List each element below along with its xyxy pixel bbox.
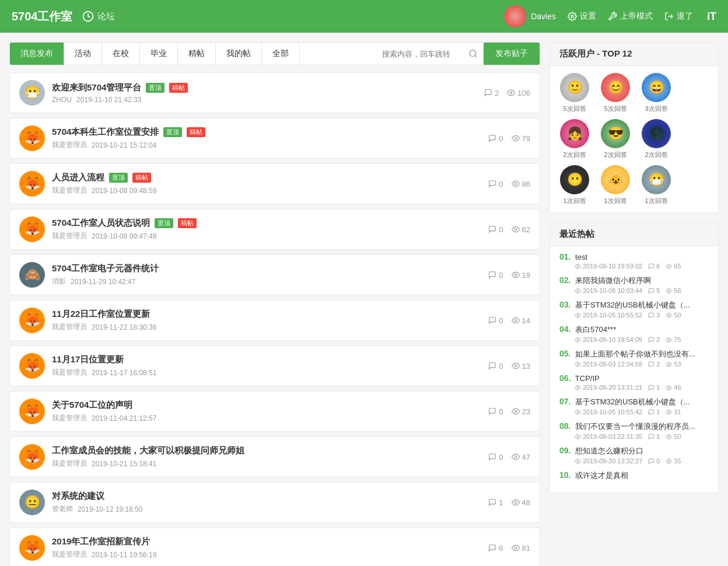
settings-btn[interactable]: 设置 xyxy=(568,11,596,22)
user-badge[interactable]: 😶 1次回答 xyxy=(557,165,592,205)
god-mode-btn[interactable]: 上帝模式 xyxy=(608,11,653,22)
hot-post-date: 2019-09-20 13:32:27 xyxy=(575,457,642,464)
tab-graduate[interactable]: 毕业 xyxy=(140,43,178,65)
comment-num: 0 xyxy=(499,362,503,371)
hot-post-title[interactable]: TCP/IP xyxy=(575,374,600,383)
forum-link[interactable]: 论坛 xyxy=(82,11,115,22)
search-icon[interactable] xyxy=(468,49,478,58)
view-count: 47 xyxy=(512,453,530,462)
it-badge: iT xyxy=(707,11,716,23)
user-menu[interactable]: Davies xyxy=(504,5,556,27)
hot-post-title[interactable]: 表白5704*** xyxy=(575,325,616,334)
user-count: 2次回答 xyxy=(563,151,586,159)
view-num: 19 xyxy=(522,271,530,279)
post-title[interactable]: 5704本科生工作室位置安排 xyxy=(52,127,159,138)
post-meta: 我是管理员 2019-10-21 15:18:41 xyxy=(52,459,481,469)
hot-date: 2019-10-05 10:55:52 xyxy=(583,312,642,319)
post-title[interactable]: 欢迎来到5704管理平台 xyxy=(52,82,141,93)
post-title[interactable]: 对系统的建议 xyxy=(52,491,104,502)
forum-icon xyxy=(82,11,94,22)
view-num: 14 xyxy=(522,316,530,325)
search-input[interactable] xyxy=(382,50,464,58)
hot-comment-num: 1 xyxy=(656,408,660,415)
post-title-row: 11月22日工作室位置更新 xyxy=(52,309,481,320)
user-badge[interactable]: 😷 1次回答 xyxy=(639,165,674,205)
tab-all[interactable]: 全部 xyxy=(262,43,300,65)
post-stats: 0 47 xyxy=(488,453,530,462)
hot-post-date: 2019-09-03 12:34:59 xyxy=(575,361,642,368)
eye-icon-small2 xyxy=(666,385,672,391)
user-badge[interactable]: 😊 5次回答 xyxy=(598,73,633,113)
avatar xyxy=(504,5,526,27)
hot-post-meta: 2019-09-20 13:32:27 0 35 xyxy=(559,457,709,464)
hot-post-title[interactable]: 基于STM32的USB机械小键盘（... xyxy=(575,397,690,406)
logout-btn[interactable]: 退了 xyxy=(664,11,693,22)
post-meta: 管老师 2019-10-12 19:18:50 xyxy=(52,504,481,514)
user-badge[interactable]: 🙂 5次回答 xyxy=(557,73,592,113)
post-title[interactable]: 关于5704工位的声明 xyxy=(52,400,132,411)
user-count: 1次回答 xyxy=(604,197,626,205)
hot-post-title-row: 10. 或许这才是真相 xyxy=(559,470,709,481)
comment-icon-small xyxy=(648,337,654,343)
post-title[interactable]: 11月22日工作室位置更新 xyxy=(52,309,150,320)
eye-icon xyxy=(512,225,520,233)
post-title[interactable]: 2019年工作室招新宣传片 xyxy=(52,536,150,547)
hot-views: 53 xyxy=(666,361,681,368)
hot-comments: 6 xyxy=(648,263,660,270)
user-badge[interactable]: 😎 2次回答 xyxy=(598,119,633,159)
hot-views: 35 xyxy=(666,457,681,464)
user-count: 2次回答 xyxy=(645,151,667,159)
post-avatar: 🦊 xyxy=(19,308,45,333)
comment-count: 6 xyxy=(488,544,503,553)
eye-icon xyxy=(512,498,520,506)
comment-num: 0 xyxy=(499,407,503,416)
comment-icon-small xyxy=(648,361,654,368)
hot-post-title[interactable]: 来陪我搞微信小程序啊 xyxy=(575,276,651,285)
hot-post-title[interactable]: 如果上面那个帖子你做不到也没有... xyxy=(575,350,695,358)
hot-post-date: 2019-09-10 19:59:02 xyxy=(575,263,642,270)
logout-icon xyxy=(664,12,674,21)
user-badge[interactable]: 😄 3次回答 xyxy=(639,73,674,113)
hot-views: 50 xyxy=(666,433,681,440)
hot-post-title[interactable]: 我们不仅要当一个懂浪漫的程序员... xyxy=(575,422,695,431)
hot-posts-title: 最近热帖 xyxy=(550,223,718,246)
tab-mine[interactable]: 我的帖 xyxy=(216,43,262,65)
hot-views: 65 xyxy=(666,263,681,270)
tab-featured[interactable]: 精帖 xyxy=(178,43,216,65)
hot-post-title[interactable]: 基于STM32的USB机械小键盘（... xyxy=(575,301,690,309)
user-badge[interactable]: 🌑 2次回答 xyxy=(639,119,674,159)
post-author: 我是管理员 xyxy=(52,322,87,332)
post-title[interactable]: 5704工作室电子元器件统计 xyxy=(52,263,159,274)
hot-comments: 2 xyxy=(648,336,660,343)
post-title[interactable]: 工作室成员会的技能，大家可以积极提问师兄师姐 xyxy=(52,445,244,456)
post-title[interactable]: 5704工作室人员状态说明 xyxy=(52,218,150,229)
hot-post-title[interactable]: 想知道怎么赚积分口 xyxy=(575,446,643,455)
hot-post-title[interactable]: test xyxy=(575,253,587,261)
post-title[interactable]: 11月17日位置更新 xyxy=(52,354,124,365)
comment-icon xyxy=(488,498,496,506)
eye-icon xyxy=(512,180,520,188)
post-body: 5704工作室人员状态说明 置顶稿帖 我是管理员 2019-10-08 09:4… xyxy=(52,218,481,241)
post-title-row: 欢迎来到5704管理平台 置顶稿帖 xyxy=(52,82,477,93)
publish-button[interactable]: 发布贴子 xyxy=(484,43,540,65)
post-list: 😷 欢迎来到5704管理平台 置顶稿帖 ZHOU 2019-11-10 21:4… xyxy=(9,72,540,566)
tab-activity[interactable]: 活动 xyxy=(64,43,102,65)
comment-icon-small xyxy=(648,385,654,391)
hot-view-num: 75 xyxy=(674,336,681,343)
badge-top: 置顶 xyxy=(155,218,173,228)
hot-post-title-row: 09. 想知道怎么赚积分口 xyxy=(559,446,709,456)
hot-post-title[interactable]: 或许这才是真相 xyxy=(575,471,628,480)
user-avatar: 😺 xyxy=(601,165,630,194)
user-badge[interactable]: 😺 1次回答 xyxy=(598,165,633,205)
svg-point-19 xyxy=(668,290,670,292)
hot-views: 56 xyxy=(666,287,681,294)
user-badge[interactable]: 👧 2次回答 xyxy=(557,119,592,159)
post-title[interactable]: 人员进入流程 xyxy=(52,172,104,183)
hot-date: 2019-10-08 10:03:44 xyxy=(583,287,642,294)
tab-news[interactable]: 消息发布 xyxy=(10,43,64,65)
post-item: 🦊 工作室成员会的技能，大家可以积极提问师兄师姐 我是管理员 2019-10-2… xyxy=(9,436,540,477)
tab-school[interactable]: 在校 xyxy=(102,43,140,65)
hot-comment-num: 1 xyxy=(656,433,660,440)
comment-icon xyxy=(488,544,496,552)
post-date: 2019-11-17 16:08:51 xyxy=(92,369,156,377)
